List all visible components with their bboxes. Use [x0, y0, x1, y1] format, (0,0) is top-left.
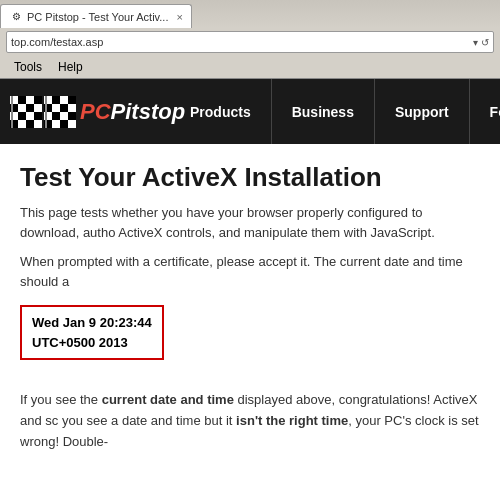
address-text: top.com/testax.asp — [11, 36, 469, 48]
svg-rect-1 — [18, 96, 26, 104]
bottom-text: If you see the current date and time dis… — [20, 390, 480, 452]
logo-pc: PC — [80, 99, 111, 124]
svg-rect-22 — [52, 104, 60, 112]
tab-bar: ⚙ PC Pitstop - Test Your Activ... × — [0, 0, 500, 28]
svg-rect-5 — [18, 104, 26, 112]
menu-bar: Tools Help — [0, 56, 500, 78]
svg-rect-20 — [68, 96, 76, 104]
flag-right-icon — [44, 96, 76, 128]
address-box[interactable]: top.com/testax.asp ▾ ↺ — [6, 31, 494, 53]
page-content: Test Your ActiveX Installation This page… — [0, 144, 500, 470]
page-title: Test Your ActiveX Installation — [20, 162, 480, 193]
site-header: PCPitstop Products Business Support Foru… — [0, 79, 500, 144]
svg-rect-23 — [60, 104, 68, 112]
nav-forum[interactable]: Forum — [470, 79, 500, 144]
svg-rect-9 — [18, 112, 26, 120]
svg-rect-2 — [26, 96, 34, 104]
tab-label: PC Pitstop - Test Your Activ... — [27, 11, 168, 23]
datetime-line2: UTC+0500 2013 — [32, 333, 152, 353]
svg-rect-18 — [52, 96, 60, 104]
logo-flags — [10, 96, 76, 128]
datetime-box: Wed Jan 9 20:23:44 UTC+0500 2013 — [20, 305, 164, 360]
tab-close-button[interactable]: × — [176, 11, 182, 23]
svg-rect-7 — [34, 104, 42, 112]
svg-rect-10 — [26, 112, 34, 120]
svg-rect-19 — [60, 96, 68, 104]
flag-left-icon — [10, 96, 42, 128]
tab-favicon: ⚙ — [9, 10, 23, 24]
nav-support[interactable]: Support — [375, 79, 470, 144]
svg-rect-11 — [34, 112, 42, 120]
active-tab[interactable]: ⚙ PC Pitstop - Test Your Activ... × — [0, 4, 192, 28]
dropdown-arrow-icon[interactable]: ▾ ↺ — [473, 37, 489, 48]
bottom-bold1: current date and time — [102, 392, 234, 407]
menu-tools[interactable]: Tools — [6, 58, 50, 76]
svg-rect-6 — [26, 104, 34, 112]
nav-business[interactable]: Business — [272, 79, 375, 144]
svg-rect-28 — [68, 112, 76, 120]
svg-rect-26 — [52, 112, 60, 120]
logo-area: PCPitstop — [10, 96, 170, 128]
datetime-line1: Wed Jan 9 20:23:44 — [32, 313, 152, 333]
prompt-text: When prompted with a certificate, please… — [20, 252, 480, 291]
browser-chrome: ⚙ PC Pitstop - Test Your Activ... × top.… — [0, 0, 500, 79]
bottom-text-1: If you see the — [20, 392, 102, 407]
nav-products[interactable]: Products — [170, 79, 272, 144]
svg-rect-31 — [60, 120, 68, 128]
intro-text: This page tests whether you have your br… — [20, 203, 480, 242]
svg-rect-32 — [68, 120, 76, 128]
svg-rect-13 — [18, 120, 26, 128]
svg-rect-15 — [34, 120, 42, 128]
nav-bar: Products Business Support Forum — [170, 79, 500, 144]
svg-rect-14 — [26, 120, 34, 128]
svg-rect-24 — [68, 104, 76, 112]
svg-rect-3 — [34, 96, 42, 104]
svg-rect-30 — [52, 120, 60, 128]
menu-help[interactable]: Help — [50, 58, 91, 76]
svg-rect-27 — [60, 112, 68, 120]
bottom-bold2: isn't the right time — [236, 413, 348, 428]
address-bar-row: top.com/testax.asp ▾ ↺ — [0, 28, 500, 56]
